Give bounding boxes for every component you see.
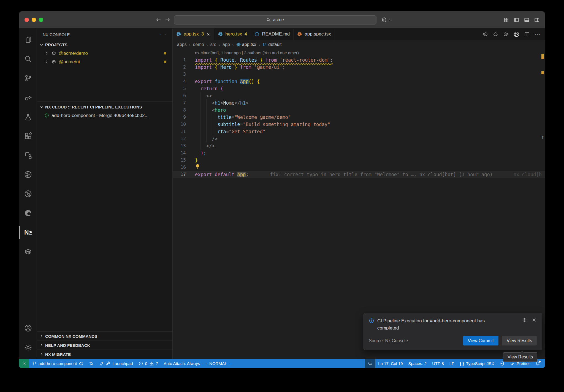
code-line-16[interactable]: 16 bbox=[173, 164, 545, 171]
activity-item-account[interactable] bbox=[19, 318, 37, 338]
gitlens-graph-icon[interactable] bbox=[514, 31, 519, 37]
status-remote[interactable] bbox=[19, 359, 29, 368]
tab-README.md[interactable]: README.md bbox=[251, 28, 294, 40]
status-branch[interactable]: add-hero-component bbox=[29, 359, 86, 368]
status-zoom-indicator[interactable] bbox=[365, 359, 375, 368]
code-line-12[interactable]: 12 /> bbox=[173, 135, 545, 142]
activity-item-extensions[interactable] bbox=[19, 126, 37, 146]
token: ; bbox=[282, 64, 285, 70]
copilot-menu[interactable] bbox=[381, 17, 392, 23]
breadcrumb-item[interactable]: default bbox=[262, 42, 281, 47]
tab-hero.tsx[interactable]: hero.tsx4 bbox=[214, 28, 251, 40]
forward-arrow-icon[interactable] bbox=[165, 17, 171, 23]
code-line-5[interactable]: 5 return ( bbox=[173, 85, 545, 92]
view-commit-button[interactable]: View Commit bbox=[463, 336, 498, 345]
line-content: title="Welcome @acme/demo" bbox=[195, 114, 291, 121]
split-editor-icon[interactable] bbox=[524, 31, 530, 37]
account-icon bbox=[24, 324, 32, 332]
code-line-10[interactable]: 10 subtitle="Build something amazing tod… bbox=[173, 121, 545, 128]
zoom-button[interactable] bbox=[39, 18, 43, 22]
breadcrumb-item[interactable]: src bbox=[210, 42, 216, 47]
code-line-17[interactable]: 17nx-cloud[bexport default App;fix: corr… bbox=[173, 171, 545, 178]
activity-item-testing[interactable] bbox=[19, 107, 37, 126]
code-line-14[interactable]: 14 ); bbox=[173, 149, 545, 157]
command-center-search[interactable]: acme bbox=[174, 15, 376, 24]
panel-right-icon[interactable] bbox=[534, 17, 539, 23]
ci-pipeline-item[interactable]: add-hero-component - Merge 409b44e5cb02.… bbox=[37, 111, 172, 120]
breadcrumb-item[interactable]: demo bbox=[193, 42, 204, 47]
breadcrumb-item[interactable]: app bbox=[223, 42, 230, 47]
panel-left-icon[interactable] bbox=[514, 17, 519, 23]
close-icon[interactable] bbox=[206, 32, 210, 36]
activity-item-containers[interactable] bbox=[19, 242, 37, 261]
code-line-8[interactable]: 8 <Hero bbox=[173, 107, 545, 114]
activity-item-gitlens[interactable] bbox=[19, 165, 37, 184]
project-item[interactable]: @acme/demo bbox=[37, 49, 172, 58]
lightbulb-icon[interactable] bbox=[195, 164, 200, 169]
testing-icon bbox=[24, 113, 32, 121]
breadcrumb-item[interactable]: app.tsx bbox=[236, 42, 256, 47]
line-content: </> bbox=[195, 142, 215, 149]
gear-icon[interactable] bbox=[522, 317, 527, 331]
close-icon[interactable] bbox=[532, 317, 537, 331]
status-problems[interactable]: 07 bbox=[136, 359, 161, 368]
activity-item-edge-tools[interactable] bbox=[19, 203, 37, 223]
section-nx-migrate[interactable]: NX MIGRATE bbox=[37, 350, 172, 359]
breadcrumb-label: default bbox=[268, 42, 281, 47]
status-compare[interactable] bbox=[86, 359, 96, 368]
section-common-nx-commands[interactable]: COMMON NX COMMANDS bbox=[37, 331, 172, 341]
circle-icon[interactable] bbox=[493, 31, 498, 37]
code-line-9[interactable]: 9 title="Welcome @acme/demo" bbox=[173, 114, 545, 121]
section-help-and-feedback[interactable]: HELP AND FEEDBACK bbox=[37, 341, 172, 350]
code-line-13[interactable]: 13 </> bbox=[173, 142, 545, 149]
status-launchpad[interactable]: Launchpad bbox=[96, 359, 135, 368]
token: { bbox=[215, 57, 218, 63]
project-item[interactable]: @acme/ui bbox=[37, 58, 172, 66]
activity-item-explorer[interactable] bbox=[19, 30, 37, 49]
more-actions-icon[interactable]: ··· bbox=[160, 31, 167, 38]
breadcrumb-item[interactable]: apps bbox=[177, 42, 187, 47]
code-line-1[interactable]: 1import { Route, Routes } from 'react-ro… bbox=[173, 56, 545, 64]
activity-item-project-graph[interactable] bbox=[19, 146, 37, 165]
code-line-11[interactable]: 11 cta="Get Started" bbox=[173, 128, 545, 135]
token: () bbox=[249, 79, 254, 84]
code-line-6[interactable]: 6 <> bbox=[173, 92, 545, 99]
code-line-3[interactable]: 3 bbox=[173, 71, 545, 78]
activity-item-settings[interactable] bbox=[19, 338, 37, 357]
gitlens-codelens[interactable]: nx-cloud[bot], 1 hour ago | 2 authors (Y… bbox=[173, 49, 545, 56]
more-icon[interactable]: ··· bbox=[535, 32, 541, 37]
back-circle-icon[interactable] bbox=[482, 31, 488, 37]
status-auto-attach[interactable]: Auto Attach: Always bbox=[161, 359, 203, 368]
activity-item-search[interactable] bbox=[19, 49, 37, 69]
forward-circle-icon[interactable] bbox=[503, 31, 509, 37]
customize-layout-icon[interactable] bbox=[504, 17, 509, 23]
traffic-lights bbox=[25, 18, 43, 22]
tab-app.tsx[interactable]: app.tsx3 bbox=[173, 28, 214, 40]
view-results-button[interactable]: View Results bbox=[502, 336, 537, 345]
indent-guide bbox=[195, 107, 200, 114]
token: '@acme/ui' bbox=[254, 64, 282, 70]
activity-item-run-debug[interactable] bbox=[19, 88, 37, 107]
status-encoding[interactable]: UTF-8 bbox=[429, 359, 447, 368]
status-eol[interactable]: LF bbox=[447, 359, 457, 368]
status-vim-mode[interactable]: -- NORMAL -- bbox=[203, 359, 234, 368]
code-line-7[interactable]: 7 <h1>Home</h1> bbox=[173, 99, 545, 107]
status-cursor-position[interactable]: Ln 17, Col 19 bbox=[375, 359, 405, 368]
section-nx-cloud[interactable]: NX CLOUD :: RECENT CI PIPELINE EXECUTION… bbox=[37, 103, 172, 111]
status-indentation[interactable]: Spaces: 2 bbox=[406, 359, 430, 368]
code-editor[interactable]: nx-cloud[bot], 1 hour ago | 2 authors (Y… bbox=[173, 49, 545, 359]
activity-item-source-control[interactable] bbox=[19, 69, 37, 88]
status-language-mode[interactable]: { }TypeScript JSX bbox=[457, 359, 497, 368]
back-arrow-icon[interactable] bbox=[155, 17, 161, 23]
activity-item-nx-console[interactable]: N≥ bbox=[19, 223, 37, 242]
code-line-2[interactable]: 2import { Hero } from '@acme/ui'; bbox=[173, 64, 545, 71]
panel-bottom-icon[interactable] bbox=[524, 17, 529, 23]
close-button[interactable] bbox=[25, 18, 29, 22]
code-line-15[interactable]: 15} bbox=[173, 157, 545, 164]
tab-app.spec.tsx[interactable]: app.spec.tsx bbox=[294, 28, 335, 40]
code-line-4[interactable]: 4export function App() { bbox=[173, 78, 545, 85]
activity-item-gitlens-inspect[interactable] bbox=[19, 184, 37, 203]
minimize-button[interactable] bbox=[32, 18, 36, 22]
line-content: <h1>Home</h1> bbox=[195, 99, 249, 107]
section-projects[interactable]: PROJECTS bbox=[37, 40, 172, 49]
